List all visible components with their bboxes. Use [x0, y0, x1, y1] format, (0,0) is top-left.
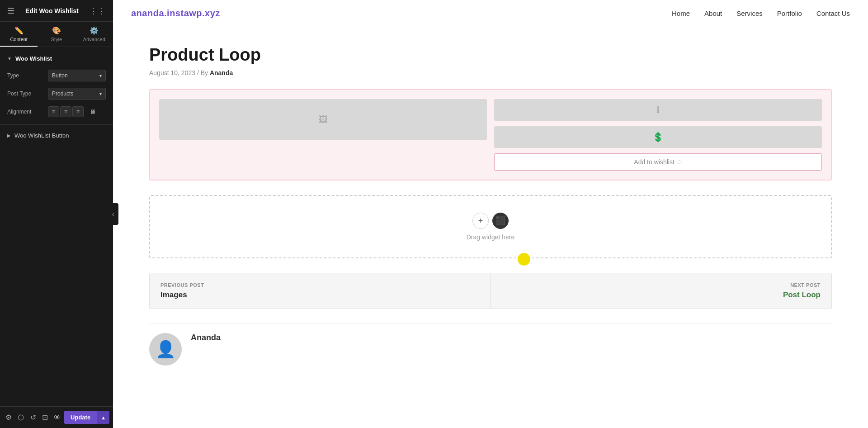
- alignment-label: Alignment: [7, 109, 48, 115]
- type-label: Type: [7, 72, 48, 79]
- type-control-row: Type Button ▾: [0, 67, 113, 85]
- post-meta: August 10, 2023 / By Ananda: [149, 69, 832, 76]
- alignment-control-value: ≡ ≡ ≡ 🖥: [48, 106, 106, 117]
- author-name: Ananda: [191, 333, 221, 342]
- product-card-area: 🖼 ℹ 💲 Add to wishlist ♡: [149, 89, 832, 181]
- tab-advanced-label: Advanced: [83, 37, 105, 42]
- nav-contact[interactable]: Contact Us: [816, 10, 850, 17]
- post-author: Ananda: [210, 69, 233, 76]
- previous-post-nav[interactable]: PREVIOUS POST Images: [150, 273, 491, 309]
- type-control-value: Button ▾: [48, 70, 106, 81]
- hamburger-icon[interactable]: ☰: [7, 6, 14, 16]
- type-select-value: Button: [52, 72, 68, 79]
- history-icon-btn[interactable]: ↺: [28, 410, 38, 425]
- sidebar-bottom-toolbar: ⚙ ⬡ ↺ ⊡ 👁 Update ▲: [0, 406, 113, 428]
- woo-wishlist-label: Woo Wishlist: [15, 55, 52, 62]
- post-type-control-row: Post Type Products ▾: [0, 85, 113, 103]
- post-title: Product Loop: [149, 45, 832, 65]
- add-widget-btn[interactable]: +: [472, 213, 489, 229]
- tab-advanced[interactable]: ⚙️ Advanced: [75, 22, 113, 47]
- type-select[interactable]: Button ▾: [48, 70, 106, 81]
- woo-wishlist-button-section-header[interactable]: ▶ Woo WishList Button: [0, 128, 113, 143]
- price-icon: 💲: [652, 132, 664, 143]
- post-by: By: [201, 69, 208, 76]
- sidebar: ☰ Edit Woo Wishlist ⋮⋮ ✏️ Content 🎨 Styl…: [0, 0, 113, 428]
- sidebar-content: ▼ Woo Wishlist Type Button ▾ Post Type P…: [0, 47, 113, 406]
- align-right-btn[interactable]: ≡: [72, 106, 84, 117]
- sidebar-header: ☰ Edit Woo Wishlist ⋮⋮: [0, 0, 113, 22]
- post-type-select-value: Products: [52, 90, 73, 97]
- content-tab-icon: ✏️: [14, 26, 24, 35]
- align-center-btn[interactable]: ≡: [60, 106, 71, 117]
- preview-icon-btn[interactable]: 👁: [52, 410, 62, 425]
- nav-links: Home About Services Portfolio Contact Us: [672, 10, 850, 17]
- post-type-select[interactable]: Products ▾: [48, 88, 106, 100]
- author-area: 👤 Ananda: [149, 323, 832, 375]
- tab-content-label: Content: [10, 37, 28, 42]
- product-info-placeholder: ℹ: [494, 99, 822, 121]
- author-info: Ananda: [191, 333, 221, 342]
- next-post-title: Post Loop: [502, 290, 821, 300]
- sidebar-title: Edit Woo Wishlist: [25, 7, 79, 14]
- site-logo[interactable]: ananda.instawp.xyz: [131, 8, 220, 19]
- settings-icon-btn[interactable]: ⚙: [4, 410, 14, 425]
- collapse-sidebar-btn[interactable]: ‹: [108, 203, 118, 225]
- post-type-select-arrow: ▾: [99, 91, 102, 96]
- align-left-btn[interactable]: ≡: [48, 106, 59, 117]
- product-info-right: ℹ 💲 Add to wishlist ♡: [494, 99, 822, 171]
- cursor-indicator: [518, 253, 530, 266]
- layers-icon-btn[interactable]: ⬡: [16, 410, 26, 425]
- monitor-icon: 🖥: [90, 108, 96, 115]
- update-caret-btn[interactable]: ▲: [97, 411, 109, 424]
- responsive-icon-btn[interactable]: ⊡: [40, 410, 50, 425]
- advanced-tab-icon: ⚙️: [90, 26, 99, 35]
- type-select-arrow: ▾: [99, 73, 102, 78]
- tab-style-label: Style: [51, 37, 62, 42]
- product-image-placeholder: 🖼: [159, 99, 487, 140]
- widget-library-btn[interactable]: ⬛: [492, 213, 509, 229]
- sidebar-tabs: ✏️ Content 🎨 Style ⚙️ Advanced: [0, 22, 113, 47]
- post-date: August 10, 2023: [149, 69, 195, 76]
- wishlist-button[interactable]: Add to wishlist ♡: [494, 153, 822, 171]
- post-type-label: Post Type: [7, 90, 48, 97]
- page-content: Product Loop August 10, 2023 / By Ananda…: [113, 27, 868, 428]
- post-type-control-value: Products ▾: [48, 88, 106, 100]
- drop-zone: + ⬛ Drag widget here: [149, 195, 832, 258]
- tab-content[interactable]: ✏️ Content: [0, 22, 38, 47]
- alignment-control-row: Alignment ≡ ≡ ≡ 🖥: [0, 103, 113, 121]
- author-avatar: 👤: [149, 333, 182, 366]
- nav-home[interactable]: Home: [672, 10, 690, 17]
- previous-post-label: PREVIOUS POST: [160, 282, 480, 288]
- update-btn-group: Update ▲: [64, 411, 109, 424]
- info-icon: ℹ: [656, 105, 660, 115]
- product-image-skeleton: 🖼: [159, 99, 487, 171]
- post-navigation: PREVIOUS POST Images NEXT POST Post Loop: [149, 273, 832, 309]
- woo-wishlist-button-label: Woo WishList Button: [14, 132, 69, 139]
- woo-wishlist-chevron: ▼: [7, 56, 12, 61]
- tab-style[interactable]: 🎨 Style: [38, 22, 75, 47]
- top-navigation: ananda.instawp.xyz Home About Services P…: [113, 0, 868, 27]
- alignment-controls: ≡ ≡ ≡: [48, 106, 84, 117]
- drop-zone-actions: + ⬛: [472, 213, 509, 229]
- nav-services[interactable]: Services: [736, 10, 763, 17]
- style-tab-icon: 🎨: [52, 26, 61, 35]
- nav-about[interactable]: About: [704, 10, 722, 17]
- woo-wishlist-button-chevron: ▶: [7, 133, 11, 138]
- next-post-label: NEXT POST: [502, 282, 821, 288]
- previous-post-title: Images: [160, 290, 480, 300]
- update-btn[interactable]: Update: [64, 411, 97, 424]
- grid-icon[interactable]: ⋮⋮: [90, 6, 106, 16]
- product-price-placeholder: 💲: [494, 126, 822, 148]
- drop-zone-text: Drag widget here: [467, 233, 515, 241]
- nav-portfolio[interactable]: Portfolio: [777, 10, 802, 17]
- woo-wishlist-section-header[interactable]: ▼ Woo Wishlist: [0, 52, 113, 67]
- main-content-area: ananda.instawp.xyz Home About Services P…: [113, 0, 868, 428]
- next-post-nav[interactable]: NEXT POST Post Loop: [491, 273, 832, 309]
- image-icon: 🖼: [319, 114, 328, 125]
- avatar-icon: 👤: [156, 340, 176, 359]
- post-separator: /: [197, 69, 201, 76]
